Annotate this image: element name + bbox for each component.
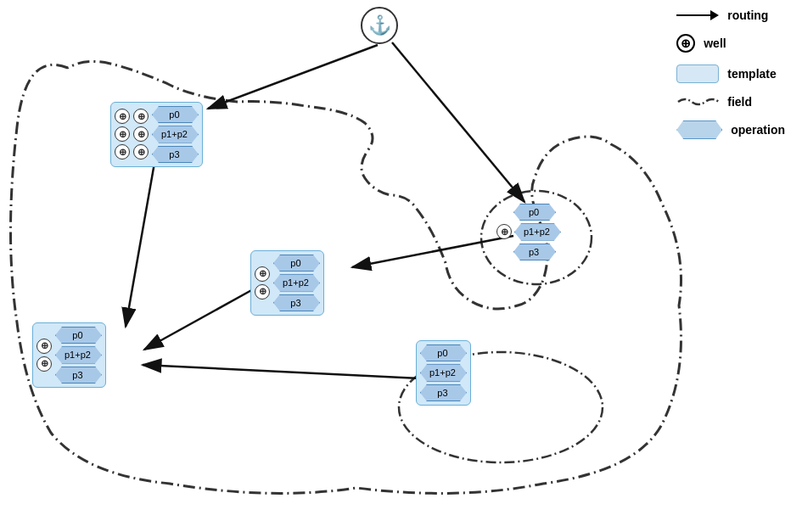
well-symbol: ⊕ xyxy=(115,126,130,142)
well-symbol: ⊕ xyxy=(36,356,52,372)
operation-p3: p3 xyxy=(513,244,556,260)
anchor-well: ⚓ xyxy=(361,7,398,44)
operation-p1p2: p1+p2 xyxy=(514,223,561,240)
operation-p3: p3 xyxy=(273,294,320,311)
svg-line-8 xyxy=(143,365,454,380)
operation-p3: p3 xyxy=(420,384,467,401)
operation-p3: p3 xyxy=(152,146,199,163)
svg-line-4 xyxy=(392,42,524,202)
legend-operation: operation xyxy=(676,120,785,139)
single-right-group: p0 ⊕ p1+p2 p3 xyxy=(496,204,561,260)
well-symbol: ⊕ xyxy=(36,339,52,354)
well-symbol: ⊕ xyxy=(133,126,149,142)
wells-col: ⊕ ⊕ ⊕ xyxy=(115,106,130,163)
well-label: well xyxy=(704,36,726,50)
template-mid: ⊕ ⊕ p0 p1+p2 p3 xyxy=(250,250,324,316)
wells-col: ⊕ ⊕ xyxy=(255,255,270,311)
template-top: ⊕ ⊕ ⊕ ⊕ ⊕ ⊕ p0 p1+p2 p3 xyxy=(110,102,203,167)
field-icon xyxy=(676,95,719,109)
op-row-p3: p3 xyxy=(496,244,556,260)
ops-col: p0 p1+p2 p3 xyxy=(273,255,320,311)
operation-p0: p0 xyxy=(420,344,467,361)
template-icon xyxy=(676,64,719,83)
operation-label: operation xyxy=(731,123,785,137)
template-left: ⊕ ⊕ p0 p1+p2 p3 xyxy=(32,322,106,388)
operation-p0: p0 xyxy=(55,327,102,344)
well-symbol: ⊕ xyxy=(115,144,130,160)
legend-template: template xyxy=(676,64,785,83)
operation-p1p2: p1+p2 xyxy=(420,364,467,381)
operation-p1p2: p1+p2 xyxy=(55,346,102,363)
operation-p3: p3 xyxy=(55,367,102,384)
svg-line-7 xyxy=(126,148,157,327)
legend: routing ⊕ well template field operation xyxy=(676,8,785,139)
wells-col2: ⊕ ⊕ ⊕ xyxy=(133,106,149,163)
wells-col: ⊕ ⊕ xyxy=(36,327,52,384)
legend-routing: routing xyxy=(676,8,785,22)
operation-p0: p0 xyxy=(273,255,320,272)
op-row-p0: p0 xyxy=(496,204,556,221)
operation-p0: p0 xyxy=(513,204,556,221)
legend-well: ⊕ well xyxy=(676,34,785,53)
ops-col: p0 p1+p2 p3 xyxy=(152,106,199,163)
well-symbol: ⊕ xyxy=(115,109,130,124)
operation-p0: p0 xyxy=(152,106,199,123)
routing-label: routing xyxy=(727,8,768,22)
well-symbol: ⊕ xyxy=(255,266,270,282)
svg-line-6 xyxy=(144,288,255,350)
ops-col: p0 p1+p2 p3 xyxy=(55,327,102,384)
operation-p1p2: p1+p2 xyxy=(273,274,320,291)
operation-icon xyxy=(676,120,722,139)
well-symbol: ⊕ xyxy=(133,144,149,160)
field-label: field xyxy=(727,95,752,109)
routing-icon xyxy=(676,8,719,22)
operation-p1p2: p1+p2 xyxy=(152,126,199,143)
template-bottom: p0 p1+p2 p3 xyxy=(416,340,471,406)
well-symbol: ⊕ xyxy=(496,224,512,239)
template-label: template xyxy=(727,67,777,81)
legend-field: field xyxy=(676,95,785,109)
well-symbol: ⊕ xyxy=(133,109,149,124)
template-bottom-group: p0 p1+p2 p3 ⊕ ⊕ xyxy=(416,356,431,389)
well-icon: ⊕ xyxy=(676,34,695,53)
ops-col: p0 p1+p2 p3 xyxy=(420,344,467,401)
op-row-p1p2: ⊕ p1+p2 xyxy=(496,223,561,240)
svg-line-3 xyxy=(208,45,378,109)
well-symbol: ⊕ xyxy=(255,284,270,300)
